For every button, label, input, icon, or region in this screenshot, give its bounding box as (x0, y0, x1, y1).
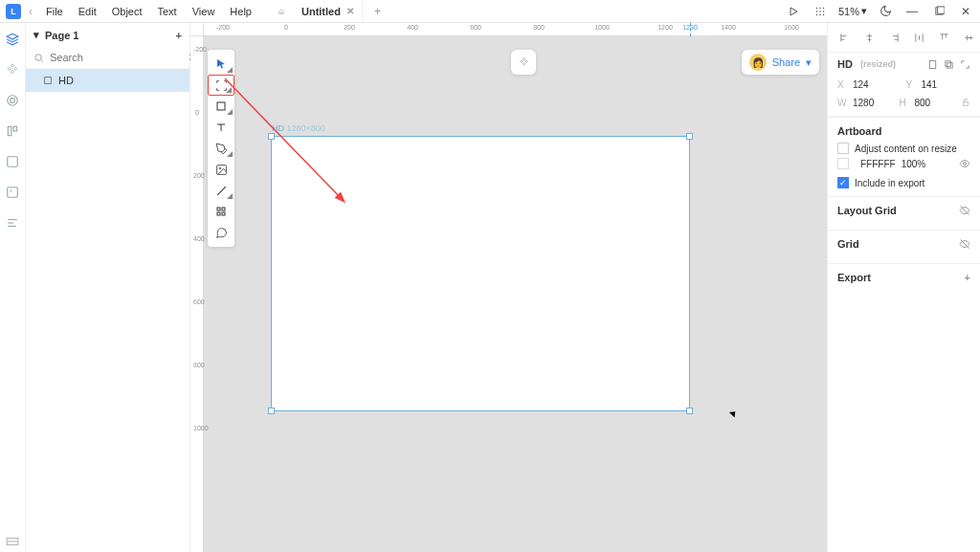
svg-point-5 (819, 11, 821, 12)
tab-add-icon[interactable]: + (367, 5, 389, 18)
artboard-section-title: Artboard (837, 125, 970, 137)
svg-rect-59 (947, 62, 953, 68)
artboard-tool[interactable] (208, 75, 234, 96)
svg-point-8 (819, 13, 821, 15)
selection-name: HD (837, 58, 853, 70)
add-export-icon[interactable]: + (965, 272, 970, 283)
fill-swatch[interactable] (837, 158, 849, 169)
canvas[interactable]: -200 0 200 400 600 800 1000 1200 1400 16… (190, 23, 827, 552)
component-tool[interactable] (208, 201, 234, 222)
x-value[interactable]: 124 (853, 79, 869, 90)
x-label: X (837, 79, 849, 90)
theme-icon[interactable] (877, 3, 894, 20)
fill-opacity[interactable]: 100% (902, 159, 926, 169)
menu-file[interactable]: File (40, 4, 69, 19)
align-center-h-icon[interactable] (860, 29, 878, 46)
bottom-collapse-icon[interactable] (6, 537, 19, 546)
menu-help[interactable]: Help (224, 4, 257, 19)
distribute-h-icon[interactable] (910, 29, 927, 46)
maximize-icon[interactable] (930, 3, 947, 20)
ruler-corner (190, 23, 204, 36)
share-widget[interactable]: 👩 Share ▾ (742, 50, 819, 75)
grid-dots-icon[interactable] (812, 3, 829, 20)
grid-title: Grid (837, 238, 859, 250)
align-left-icon[interactable] (835, 29, 853, 46)
app-logo[interactable]: L (6, 4, 21, 19)
close-icon[interactable]: ✕ (957, 3, 974, 20)
svg-line-28 (217, 187, 226, 195)
menu-text[interactable]: Text (152, 4, 183, 19)
inspector-panel: HD (resized) X124 Y141 W1280 H800 Artboa… (827, 23, 980, 552)
svg-rect-17 (8, 157, 18, 167)
align-center-v-icon[interactable] (960, 29, 977, 46)
y-value[interactable]: 141 (922, 79, 938, 90)
rail-tool-c-icon[interactable] (4, 184, 21, 201)
rail-tool-a-icon[interactable] (4, 122, 21, 140)
left-rail (0, 23, 26, 552)
doc-icon[interactable] (927, 59, 938, 70)
svg-point-14 (11, 99, 15, 103)
pen-tool[interactable] (208, 138, 234, 159)
svg-rect-11 (937, 7, 944, 13)
lock-aspect-icon[interactable] (961, 98, 970, 108)
artboard-icon (43, 76, 53, 85)
minimize-icon[interactable]: — (903, 3, 921, 20)
svg-point-3 (823, 7, 825, 9)
svg-rect-16 (13, 126, 17, 131)
menu-object[interactable]: Object (106, 4, 148, 19)
menu-view[interactable]: View (187, 4, 221, 19)
comment-tool[interactable] (208, 222, 234, 243)
add-page-icon[interactable]: + (176, 30, 182, 41)
rail-tool-b-icon[interactable] (4, 153, 21, 170)
adjust-content-checkbox[interactable] (837, 143, 849, 154)
rail-layers-icon[interactable] (4, 31, 21, 48)
ruler-horizontal: -200 0 200 400 600 800 1000 1200 1400 16… (204, 23, 827, 36)
layer-item[interactable]: HD (26, 69, 189, 92)
rail-components-icon[interactable] (4, 61, 21, 78)
tab-close-icon[interactable]: ✕ (346, 6, 354, 16)
svg-marker-0 (791, 8, 797, 15)
menu-edit[interactable]: Edit (73, 4, 102, 19)
rectangle-tool[interactable] (208, 96, 234, 117)
svg-rect-58 (929, 60, 935, 68)
fill-visibility-icon[interactable] (959, 158, 970, 169)
layout-grid-visibility-icon[interactable] (959, 205, 970, 216)
expand-icon[interactable] (960, 59, 970, 70)
play-icon[interactable] (785, 3, 802, 20)
h-value[interactable]: 800 (915, 98, 931, 108)
line-tool[interactable] (208, 180, 234, 201)
align-right-icon[interactable] (885, 29, 902, 46)
zoom-value: 51% (838, 6, 859, 17)
w-value[interactable]: 1280 (853, 98, 874, 108)
cursor-icon (729, 408, 738, 417)
zoom-dropdown[interactable]: 51%▾ (838, 5, 867, 17)
floating-align-tool[interactable] (511, 50, 536, 75)
artboard[interactable]: HD 1280×800 (271, 136, 690, 411)
rail-styles-icon[interactable] (4, 92, 21, 109)
nav-back[interactable]: ‹ (25, 5, 36, 18)
rail-tool-d-icon[interactable] (4, 214, 21, 232)
align-top-icon[interactable] (935, 29, 952, 46)
image-tool[interactable] (208, 159, 234, 180)
search-input[interactable] (50, 52, 182, 63)
copy-icon[interactable] (944, 59, 954, 70)
include-export-label: Include in export (855, 178, 924, 188)
svg-rect-15 (8, 126, 11, 135)
svg-point-6 (823, 11, 825, 12)
grid-visibility-icon[interactable] (959, 238, 970, 250)
tab-document[interactable]: Untitled ✕ (294, 0, 363, 23)
h-label: H (900, 98, 911, 108)
select-tool[interactable] (208, 54, 234, 75)
text-tool[interactable] (208, 117, 234, 138)
include-export-checkbox[interactable]: ✓ (837, 177, 849, 188)
chevron-down-icon: ▾ (806, 56, 812, 69)
search-icon (33, 53, 44, 63)
layers-panel: ▾ Page 1 + ✕ HD (26, 23, 190, 552)
svg-rect-18 (8, 188, 18, 198)
svg-point-4 (816, 11, 818, 12)
fill-hex[interactable]: FFFFFF (860, 159, 896, 169)
page-row[interactable]: ▾ Page 1 + (26, 23, 189, 47)
svg-rect-24 (45, 77, 52, 84)
home-icon[interactable] (273, 3, 290, 20)
layout-grid-title: Layout Grid (837, 205, 897, 216)
